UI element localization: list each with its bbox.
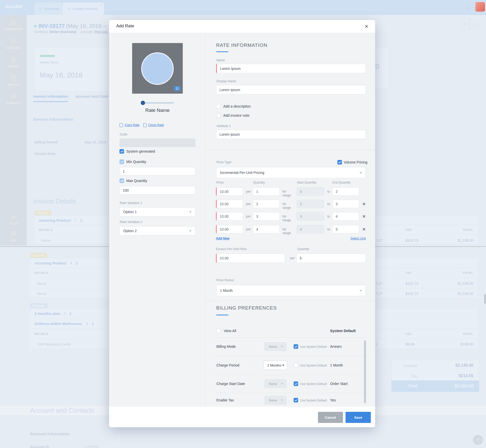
tab-close-icon[interactable]: ✕ <box>100 4 102 6</box>
tab-create-product[interactable]: Create Product ✕ <box>63 3 104 15</box>
select-value: None <box>269 398 277 402</box>
product-name: recurring Product <box>39 218 71 222</box>
more-options-button[interactable] <box>470 19 478 29</box>
billing-preferences-heading: BILLING PREFERENCES <box>216 305 277 311</box>
price-input[interactable]: 10.00 <box>216 200 243 208</box>
price-input[interactable]: 10.00 <box>216 187 243 196</box>
total-value: $1,130.00 <box>435 292 473 296</box>
max-quantity-checkbox[interactable] <box>119 178 124 183</box>
times-label: X <box>64 312 66 315</box>
sidebar-item-dashboard[interactable]: DASHBOARD <box>0 19 27 31</box>
end-quantity-input[interactable]: 5 <box>332 225 359 233</box>
billing-scrollbar[interactable] <box>364 340 366 403</box>
subtotal-value: $2,145.45 <box>455 363 473 368</box>
rate-information-heading: RATE INFORMATION <box>216 43 267 48</box>
sidebar-item-account[interactable]: ACCOUNT <box>0 38 27 49</box>
excess-per-unit-price-input[interactable]: 10.00 <box>216 254 285 263</box>
sidebar-item-order[interactable]: ORDER <box>0 56 27 68</box>
tab-products[interactable]: Products ✕ <box>34 3 66 15</box>
remove-row-icon[interactable]: ✕ <box>362 201 366 207</box>
modal-title: Add Rate <box>116 24 134 29</box>
page-scrollbar[interactable] <box>484 294 485 304</box>
end-quantity-input[interactable]: 4 <box>332 212 359 220</box>
system-generated-checkbox[interactable] <box>119 149 124 154</box>
scroll-top-button[interactable] <box>473 435 483 445</box>
select-unit-link[interactable]: Select Unit <box>330 237 366 240</box>
layers-icon <box>67 7 71 11</box>
billing-row-billing-mode: Billing Mode None Use System Default Arr… <box>216 337 366 356</box>
invoice-meta: Currency: Dollar (Australia) | Account: … <box>34 30 108 34</box>
display-name-input[interactable]: Lorem Ipsum <box>216 85 366 94</box>
close-icon[interactable]: ✕ <box>364 24 369 29</box>
copy-rate-link[interactable]: Copy Rate <box>125 123 139 127</box>
bell-icon[interactable] <box>465 4 471 11</box>
per-label: per <box>246 227 251 231</box>
tab-invoice-information[interactable]: Invoice Information <box>33 94 68 98</box>
issue-date-label: ISSUE DATE <box>40 61 59 64</box>
account-label: Account: <box>80 30 93 34</box>
remove-row-icon[interactable]: ✕ <box>362 227 366 232</box>
quantity-input[interactable]: 3 <box>253 212 280 220</box>
use-system-default-checkbox[interactable] <box>294 363 298 368</box>
view-all-label: View All <box>224 329 236 333</box>
product-qty: 1 <box>69 311 71 316</box>
zoom-slider-thumb[interactable] <box>141 101 145 105</box>
save-button[interactable]: Save <box>346 412 371 423</box>
name-input[interactable]: Lorem Ipsum <box>216 64 366 73</box>
add-description-checkbox[interactable] <box>216 104 221 109</box>
total-header: TOTAL <box>435 228 473 231</box>
quantity-input[interactable]: 2 <box>253 200 280 208</box>
volume-pricing-checkbox[interactable] <box>337 160 342 165</box>
use-system-default-checkbox[interactable] <box>294 381 298 386</box>
tab-account-contacts[interactable]: Account and Conta <box>75 94 108 98</box>
price-type-select[interactable]: Incremental Per-Unit Pricing <box>216 167 366 178</box>
min-quantity-input[interactable]: 1 <box>119 167 195 175</box>
quantity-input[interactable]: 4 <box>253 225 280 233</box>
max-quantity-input[interactable]: 100 <box>119 186 195 194</box>
price-period-select[interactable]: 1 Month <box>216 285 366 296</box>
sidebar-item-invoice[interactable]: INVOICE <box>0 75 27 86</box>
add-new-link[interactable]: Add New <box>216 237 229 240</box>
sidebar-item-payment[interactable]: PAYMENT <box>0 93 27 105</box>
select-value: None <box>269 345 277 349</box>
use-system-default-checkbox[interactable] <box>294 398 298 402</box>
camera-icon[interactable] <box>174 86 180 91</box>
end-quantity-input[interactable]: 3 <box>332 200 359 208</box>
excess-quantity-label: Quantity <box>297 247 309 251</box>
min-quantity-checkbox[interactable] <box>119 159 124 164</box>
price-input[interactable]: 10.00 <box>216 212 243 220</box>
col-quantity: Quantity <box>253 181 265 184</box>
rate-variation-1-select[interactable]: Option 1 <box>119 207 195 216</box>
rate-variation-2-label: Rate Variation 2 <box>120 220 142 224</box>
code-input[interactable] <box>119 138 195 147</box>
avatar[interactable] <box>475 2 485 12</box>
rate-image-placeholder[interactable] <box>132 43 183 94</box>
account-link[interactable]: The Locu <box>94 30 108 34</box>
billing-row-charge-start-date: Charge Start Date None Use System Defaul… <box>216 374 366 393</box>
excess-per-unit-price-label: Excess Per-Unit Price <box>216 247 247 251</box>
zoom-slider[interactable] <box>141 102 174 104</box>
rate-variation-2-select[interactable]: Option 2 <box>119 226 195 235</box>
clone-rate-link[interactable]: Clone Rate <box>148 123 164 127</box>
use-system-default-checkbox[interactable] <box>294 344 298 349</box>
charge-period-select[interactable]: 2 Months <box>264 361 287 370</box>
total-header: TOTAL <box>435 271 473 274</box>
attribute-1-input[interactable]: Lorem ipsum <box>216 130 366 139</box>
account-id-label: Account ID <box>30 445 49 448</box>
view-all-checkbox[interactable] <box>216 329 221 333</box>
modal-header <box>109 20 375 33</box>
per-label: per <box>246 190 251 193</box>
end-quantity-input[interactable]: 2 <box>332 187 359 196</box>
price-input[interactable]: 10.00 <box>216 225 243 233</box>
remove-row-icon[interactable]: ✕ <box>362 214 366 219</box>
total-value: $100.00 <box>435 342 473 346</box>
sidebar-item-todo[interactable]: TO DO <box>0 214 27 225</box>
invoice-id[interactable]: INV-10177 <box>38 23 65 29</box>
refresh-button[interactable] <box>461 19 470 29</box>
cancel-button[interactable]: Cancel <box>318 412 343 423</box>
add-invoice-note-checkbox[interactable] <box>216 113 221 118</box>
volume-pricing-label: Volume Pricing <box>344 160 367 164</box>
sidebar-item-new[interactable]: NEW <box>0 230 27 242</box>
excess-quantity-input[interactable]: 5 <box>296 254 366 263</box>
quantity-input[interactable]: 1 <box>253 187 280 196</box>
